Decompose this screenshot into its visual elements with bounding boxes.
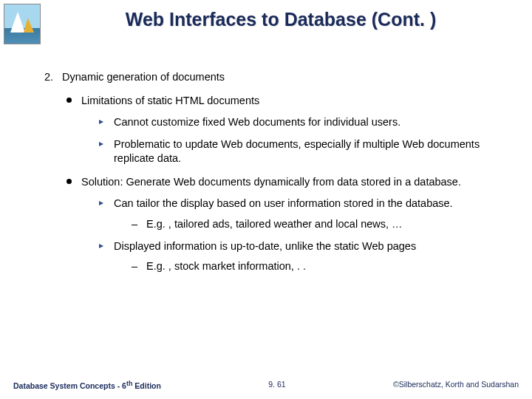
footer-left: Database System Concepts - 6th Edition — [13, 380, 161, 391]
bullet-level1: Limitations of static HTML documents Can… — [66, 94, 506, 166]
bullet-level3: E.g. , stock market information, . . — [132, 259, 506, 274]
bullet-level3: E.g. , tailored ads, tailored weather an… — [132, 217, 506, 232]
slide-body: 2. Dynamic generation of documents Limit… — [44, 70, 506, 283]
bullet-level2: Cannot customize fixed Web documents for… — [99, 115, 506, 130]
footer-edition: Edition — [132, 381, 161, 390]
bullet-level2: Can tailor the display based on user inf… — [99, 197, 506, 231]
bullet-text: Displayed information is up-to-date, unl… — [114, 240, 416, 252]
bullet-text: Cannot customize fixed Web documents for… — [114, 116, 400, 128]
bullet-text: E.g. , stock market information, . . — [146, 260, 306, 272]
list-number: 2. — [44, 70, 59, 85]
footer-book: Database System Concepts - 6 — [13, 381, 126, 390]
bullet-level2: Problematic to update Web documents, esp… — [99, 137, 506, 166]
bullet-text: Solution: Generate Web documents dynamic… — [81, 176, 461, 188]
slide-title: Web Interfaces to Database (Cont. ) — [0, 9, 532, 30]
footer-page: 9. 61 — [268, 380, 285, 391]
bullet-text: Limitations of static HTML documents — [81, 95, 259, 106]
bullet-level2: Displayed information is up-to-date, unl… — [99, 239, 506, 274]
list-item: 2. Dynamic generation of documents Limit… — [44, 70, 506, 274]
bullet-text: E.g. , tailored ads, tailored weather an… — [146, 218, 403, 230]
bullet-text: Problematic to update Web documents, esp… — [114, 138, 480, 165]
footer-copyright: ©Silberschatz, Korth and Sudarshan — [393, 380, 519, 391]
list-text: Dynamic generation of documents — [62, 71, 225, 83]
slide-footer: Database System Concepts - 6th Edition 9… — [13, 380, 519, 391]
bullet-level1: Solution: Generate Web documents dynamic… — [66, 175, 506, 274]
bullet-text: Can tailor the display based on user inf… — [114, 197, 453, 209]
